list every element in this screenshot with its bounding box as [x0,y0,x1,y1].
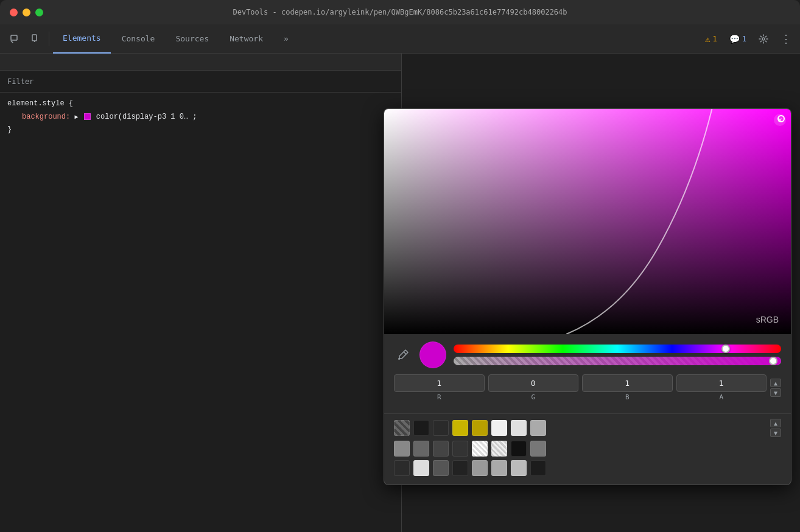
breadcrumb-bar [0,54,401,71]
swatches-row-1: ▲ ▼ [394,419,781,437]
r-input-group: R [394,374,485,401]
css-triangle-arrow[interactable]: ▶ [74,114,78,121]
swatch-gray9[interactable] [511,460,527,476]
swatch-gray4[interactable] [433,441,449,457]
close-traffic-light[interactable] [10,9,18,16]
b-input-group: B [582,374,673,401]
color-gradient-area[interactable]: sRGB [384,109,791,334]
picker-controls-row [394,341,781,368]
swatch-yellow2[interactable] [472,420,488,436]
channel-spinners: ▲ ▼ [770,379,781,397]
messages-badge[interactable]: 💬 1 [725,32,751,46]
a-label: A [719,393,723,401]
swatch-gray2[interactable] [394,441,410,457]
swatch-light1[interactable] [413,460,429,476]
r-label: R [437,393,441,401]
swatches-section: ▲ ▼ [384,413,791,485]
device-toolbar-button[interactable] [26,29,45,49]
toolbar-separator [49,32,49,46]
swatch-black1[interactable] [413,420,429,436]
svg-rect-2 [34,41,35,42]
css-property-line: background: ▶ color(display-p3 1 0… ; [7,111,394,124]
filter-label: Filter [7,77,33,86]
css-selector-line: element.style { [7,97,394,111]
swatch-black3[interactable] [511,441,527,457]
window-title: DevTools - codepen.io/argyleink/pen/QWBg… [233,8,567,16]
filter-bar: Filter [0,71,401,93]
swatch-white1[interactable] [491,420,507,436]
inspect-element-button[interactable] [5,29,24,49]
swatch-gray3[interactable] [413,441,429,457]
g-label: G [531,393,535,401]
color-preview-circle[interactable] [419,341,446,368]
swatches-row-3 [394,460,781,476]
a-input[interactable] [676,374,767,392]
tab-network[interactable]: Network [220,24,273,54]
toolbar-right: ⚠ 1 💬 1 ⋮ [700,29,795,49]
swatch-black2[interactable] [433,420,449,436]
channel-increment-button[interactable]: ▲ [770,379,781,387]
srgb-label: sRGB [756,315,779,324]
minimize-traffic-light[interactable] [23,9,30,16]
devtools-toolbar: Elements Console Sources Network » ⚠ 1 💬… [0,24,800,54]
swatches-increment[interactable]: ▲ [770,419,781,427]
swatch-dark1[interactable] [452,441,468,457]
maximize-traffic-light[interactable] [35,9,43,16]
swatch-white2[interactable] [511,420,527,436]
color-picker-popup: × sRGB [384,108,791,485]
chat-icon: 💬 [729,34,740,44]
swatch-gray7[interactable] [472,460,488,476]
tab-sources[interactable]: Sources [166,24,219,54]
opacity-color-overlay [454,357,781,365]
swatch-dark2[interactable] [394,460,410,476]
a-input-group: A [676,374,767,401]
css-close-brace: } [7,124,394,137]
hue-opacity-sliders [454,345,781,365]
swatch-gray1[interactable] [530,420,546,436]
hue-slider-thumb[interactable] [721,345,730,353]
right-panel: × sRGB [402,54,800,532]
eyedropper-button[interactable] [394,346,412,364]
b-input[interactable] [582,374,673,392]
main-area: Filter element.style { background: ▶ col… [0,54,800,532]
swatches-spinner: ▲ ▼ [770,419,781,437]
svg-rect-0 [11,35,17,40]
traffic-lights [10,9,43,16]
styles-panel: element.style { background: ▶ color(disp… [0,93,401,142]
gradient-canvas: sRGB [384,109,791,334]
swatch-dark4[interactable] [530,460,546,476]
swatch-checker2[interactable] [472,441,488,457]
rgba-inputs-row: R G B A ▲ ▼ [394,374,781,401]
b-label: B [625,393,630,401]
warnings-badge[interactable]: ⚠ 1 [700,32,722,46]
g-input[interactable] [488,374,579,392]
color-picker-close-button[interactable]: × [774,114,786,126]
opacity-slider[interactable] [454,357,781,365]
swatches-decrement[interactable]: ▼ [770,429,781,437]
swatch-yellow1[interactable] [452,420,468,436]
svg-point-4 [398,358,400,360]
swatch-gray5[interactable] [530,441,546,457]
tab-console[interactable]: Console [112,24,165,54]
swatch-gray6[interactable] [433,460,449,476]
warning-icon: ⚠ [705,34,710,44]
color-swatch[interactable] [84,113,91,120]
svg-point-3 [762,38,765,40]
more-options-button[interactable]: ⋮ [776,29,795,49]
tab-elements[interactable]: Elements [53,24,111,54]
window-chrome: DevTools - codepen.io/argyleink/pen/QWBg… [0,0,800,24]
tab-more[interactable]: » [274,24,298,54]
settings-button[interactable] [754,29,773,49]
color-picker-controls: R G B A ▲ ▼ [384,334,791,413]
r-input[interactable] [394,374,485,392]
g-input-group: G [488,374,579,401]
swatch-dark3[interactable] [452,460,468,476]
svg-rect-1 [32,35,37,41]
hue-slider[interactable] [454,345,781,353]
swatch-checkerboard[interactable] [394,420,410,436]
swatch-gray8[interactable] [491,460,507,476]
swatch-checker3[interactable] [491,441,507,457]
channel-decrement-button[interactable]: ▼ [770,388,781,397]
opacity-slider-thumb[interactable] [769,357,777,365]
swatches-row-2 [394,441,781,457]
